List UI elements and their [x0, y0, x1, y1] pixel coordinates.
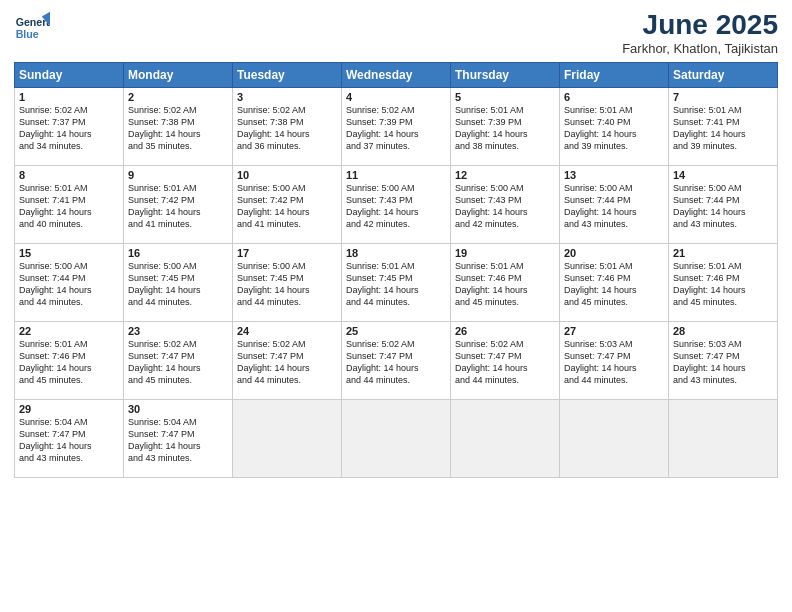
calendar-day: 12Sunrise: 5:00 AM Sunset: 7:43 PM Dayli…: [451, 165, 560, 243]
calendar-day: 27Sunrise: 5:03 AM Sunset: 7:47 PM Dayli…: [560, 321, 669, 399]
main-title: June 2025: [622, 10, 778, 41]
calendar-day: 16Sunrise: 5:00 AM Sunset: 7:45 PM Dayli…: [124, 243, 233, 321]
logo-icon: General Blue: [14, 10, 50, 46]
svg-text:Blue: Blue: [16, 28, 39, 40]
day-number: 6: [564, 91, 664, 103]
col-tuesday: Tuesday: [233, 62, 342, 87]
day-number: 7: [673, 91, 773, 103]
calendar-week-3: 15Sunrise: 5:00 AM Sunset: 7:44 PM Dayli…: [15, 243, 778, 321]
calendar-day: 13Sunrise: 5:00 AM Sunset: 7:44 PM Dayli…: [560, 165, 669, 243]
day-info: Sunrise: 5:01 AM Sunset: 7:42 PM Dayligh…: [128, 182, 228, 231]
day-info: Sunrise: 5:01 AM Sunset: 7:45 PM Dayligh…: [346, 260, 446, 309]
calendar-day: 28Sunrise: 5:03 AM Sunset: 7:47 PM Dayli…: [669, 321, 778, 399]
day-number: 8: [19, 169, 119, 181]
day-info: Sunrise: 5:02 AM Sunset: 7:37 PM Dayligh…: [19, 104, 119, 153]
day-info: Sunrise: 5:03 AM Sunset: 7:47 PM Dayligh…: [673, 338, 773, 387]
calendar-week-2: 8Sunrise: 5:01 AM Sunset: 7:41 PM Daylig…: [15, 165, 778, 243]
day-number: 3: [237, 91, 337, 103]
day-info: Sunrise: 5:01 AM Sunset: 7:41 PM Dayligh…: [19, 182, 119, 231]
day-info: Sunrise: 5:01 AM Sunset: 7:46 PM Dayligh…: [19, 338, 119, 387]
day-number: 11: [346, 169, 446, 181]
subtitle: Farkhor, Khatlon, Tajikistan: [622, 41, 778, 56]
day-info: Sunrise: 5:01 AM Sunset: 7:46 PM Dayligh…: [673, 260, 773, 309]
calendar-day: 29Sunrise: 5:04 AM Sunset: 7:47 PM Dayli…: [15, 399, 124, 477]
calendar-day: 21Sunrise: 5:01 AM Sunset: 7:46 PM Dayli…: [669, 243, 778, 321]
calendar: Sunday Monday Tuesday Wednesday Thursday…: [14, 62, 778, 478]
day-info: Sunrise: 5:01 AM Sunset: 7:40 PM Dayligh…: [564, 104, 664, 153]
day-info: Sunrise: 5:03 AM Sunset: 7:47 PM Dayligh…: [564, 338, 664, 387]
day-number: 30: [128, 403, 228, 415]
calendar-week-5: 29Sunrise: 5:04 AM Sunset: 7:47 PM Dayli…: [15, 399, 778, 477]
calendar-day: [342, 399, 451, 477]
day-number: 20: [564, 247, 664, 259]
day-number: 1: [19, 91, 119, 103]
day-info: Sunrise: 5:01 AM Sunset: 7:39 PM Dayligh…: [455, 104, 555, 153]
day-number: 21: [673, 247, 773, 259]
calendar-header-row: Sunday Monday Tuesday Wednesday Thursday…: [15, 62, 778, 87]
day-number: 25: [346, 325, 446, 337]
calendar-day: 1Sunrise: 5:02 AM Sunset: 7:37 PM Daylig…: [15, 87, 124, 165]
col-sunday: Sunday: [15, 62, 124, 87]
col-friday: Friday: [560, 62, 669, 87]
day-number: 24: [237, 325, 337, 337]
day-number: 2: [128, 91, 228, 103]
day-number: 26: [455, 325, 555, 337]
calendar-day: 15Sunrise: 5:00 AM Sunset: 7:44 PM Dayli…: [15, 243, 124, 321]
day-info: Sunrise: 5:02 AM Sunset: 7:38 PM Dayligh…: [237, 104, 337, 153]
day-info: Sunrise: 5:00 AM Sunset: 7:43 PM Dayligh…: [455, 182, 555, 231]
day-number: 16: [128, 247, 228, 259]
calendar-day: 3Sunrise: 5:02 AM Sunset: 7:38 PM Daylig…: [233, 87, 342, 165]
calendar-day: 4Sunrise: 5:02 AM Sunset: 7:39 PM Daylig…: [342, 87, 451, 165]
calendar-week-4: 22Sunrise: 5:01 AM Sunset: 7:46 PM Dayli…: [15, 321, 778, 399]
day-info: Sunrise: 5:01 AM Sunset: 7:46 PM Dayligh…: [455, 260, 555, 309]
day-info: Sunrise: 5:01 AM Sunset: 7:46 PM Dayligh…: [564, 260, 664, 309]
day-info: Sunrise: 5:02 AM Sunset: 7:47 PM Dayligh…: [455, 338, 555, 387]
col-saturday: Saturday: [669, 62, 778, 87]
day-info: Sunrise: 5:01 AM Sunset: 7:41 PM Dayligh…: [673, 104, 773, 153]
calendar-day: 7Sunrise: 5:01 AM Sunset: 7:41 PM Daylig…: [669, 87, 778, 165]
day-info: Sunrise: 5:00 AM Sunset: 7:42 PM Dayligh…: [237, 182, 337, 231]
calendar-day: 9Sunrise: 5:01 AM Sunset: 7:42 PM Daylig…: [124, 165, 233, 243]
title-block: June 2025 Farkhor, Khatlon, Tajikistan: [622, 10, 778, 56]
day-number: 17: [237, 247, 337, 259]
day-number: 13: [564, 169, 664, 181]
day-info: Sunrise: 5:04 AM Sunset: 7:47 PM Dayligh…: [19, 416, 119, 465]
day-info: Sunrise: 5:02 AM Sunset: 7:47 PM Dayligh…: [346, 338, 446, 387]
day-info: Sunrise: 5:00 AM Sunset: 7:44 PM Dayligh…: [19, 260, 119, 309]
calendar-day: 10Sunrise: 5:00 AM Sunset: 7:42 PM Dayli…: [233, 165, 342, 243]
day-number: 22: [19, 325, 119, 337]
calendar-day: 24Sunrise: 5:02 AM Sunset: 7:47 PM Dayli…: [233, 321, 342, 399]
day-number: 29: [19, 403, 119, 415]
day-number: 4: [346, 91, 446, 103]
calendar-day: 5Sunrise: 5:01 AM Sunset: 7:39 PM Daylig…: [451, 87, 560, 165]
day-number: 18: [346, 247, 446, 259]
calendar-day: 25Sunrise: 5:02 AM Sunset: 7:47 PM Dayli…: [342, 321, 451, 399]
calendar-day: [560, 399, 669, 477]
day-info: Sunrise: 5:04 AM Sunset: 7:47 PM Dayligh…: [128, 416, 228, 465]
page: General Blue June 2025 Farkhor, Khatlon,…: [0, 0, 792, 612]
day-info: Sunrise: 5:00 AM Sunset: 7:45 PM Dayligh…: [237, 260, 337, 309]
day-info: Sunrise: 5:00 AM Sunset: 7:43 PM Dayligh…: [346, 182, 446, 231]
day-number: 15: [19, 247, 119, 259]
calendar-day: 22Sunrise: 5:01 AM Sunset: 7:46 PM Dayli…: [15, 321, 124, 399]
logo: General Blue: [14, 10, 50, 46]
calendar-day: 8Sunrise: 5:01 AM Sunset: 7:41 PM Daylig…: [15, 165, 124, 243]
day-number: 28: [673, 325, 773, 337]
calendar-day: 20Sunrise: 5:01 AM Sunset: 7:46 PM Dayli…: [560, 243, 669, 321]
day-info: Sunrise: 5:00 AM Sunset: 7:45 PM Dayligh…: [128, 260, 228, 309]
col-wednesday: Wednesday: [342, 62, 451, 87]
day-info: Sunrise: 5:00 AM Sunset: 7:44 PM Dayligh…: [673, 182, 773, 231]
col-thursday: Thursday: [451, 62, 560, 87]
day-info: Sunrise: 5:02 AM Sunset: 7:39 PM Dayligh…: [346, 104, 446, 153]
day-number: 19: [455, 247, 555, 259]
day-number: 9: [128, 169, 228, 181]
day-info: Sunrise: 5:00 AM Sunset: 7:44 PM Dayligh…: [564, 182, 664, 231]
calendar-day: [669, 399, 778, 477]
calendar-day: [233, 399, 342, 477]
day-info: Sunrise: 5:02 AM Sunset: 7:47 PM Dayligh…: [128, 338, 228, 387]
calendar-day: 18Sunrise: 5:01 AM Sunset: 7:45 PM Dayli…: [342, 243, 451, 321]
day-number: 12: [455, 169, 555, 181]
day-info: Sunrise: 5:02 AM Sunset: 7:38 PM Dayligh…: [128, 104, 228, 153]
calendar-day: [451, 399, 560, 477]
day-info: Sunrise: 5:02 AM Sunset: 7:47 PM Dayligh…: [237, 338, 337, 387]
